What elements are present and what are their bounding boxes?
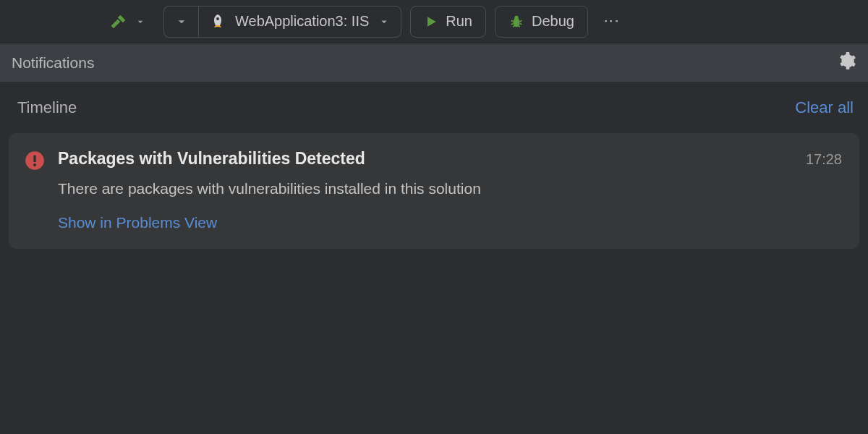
notification-head: Packages with Vulnerabilities Detected 1… (58, 149, 842, 169)
more-actions-button[interactable]: ⋮ (597, 6, 626, 38)
notification-title: Packages with Vulnerabilities Detected (58, 149, 365, 169)
notification-message: There are packages with vulnerabilities … (58, 179, 842, 198)
more-vertical-icon: ⋮ (602, 13, 621, 30)
timeline-row: Timeline Clear all (0, 82, 868, 129)
notification-body: Packages with Vulnerabilities Detected 1… (58, 149, 842, 231)
run-config-label: WebApplication3: IIS (235, 13, 369, 30)
build-button[interactable] (101, 7, 153, 36)
notification-time: 17:28 (806, 151, 842, 168)
chevron-down-icon (174, 14, 189, 29)
run-configuration-selector[interactable]: WebApplication3: IIS (198, 6, 401, 38)
error-icon (25, 150, 45, 171)
run-button[interactable]: Run (410, 6, 486, 38)
clear-all-link[interactable]: Clear all (795, 98, 854, 117)
run-history-button[interactable] (163, 6, 198, 38)
play-icon (424, 14, 438, 29)
svg-point-0 (216, 17, 219, 20)
debug-label: Debug (532, 13, 574, 30)
notification-card[interactable]: Packages with Vulnerabilities Detected 1… (9, 133, 859, 249)
notification-icon-wrap (25, 149, 45, 231)
notifications-settings-button[interactable] (838, 51, 856, 74)
svg-rect-4 (33, 155, 35, 162)
gear-icon (838, 51, 856, 70)
show-in-problems-link[interactable]: Show in Problems View (58, 214, 842, 231)
svg-point-5 (33, 163, 36, 166)
run-label: Run (446, 13, 472, 30)
main-toolbar: WebApplication3: IIS Run Debug ⋮ (0, 0, 868, 43)
svg-point-2 (514, 15, 519, 20)
rocket-icon (209, 13, 226, 30)
timeline-label: Timeline (17, 98, 77, 117)
chevron-down-icon (135, 16, 146, 27)
chevron-down-icon (378, 15, 391, 28)
debug-button[interactable]: Debug (495, 6, 588, 38)
bug-icon (509, 14, 524, 30)
notifications-panel-header: Notifications (0, 43, 868, 82)
panel-title: Notifications (12, 54, 94, 72)
hammer-icon (109, 12, 129, 32)
